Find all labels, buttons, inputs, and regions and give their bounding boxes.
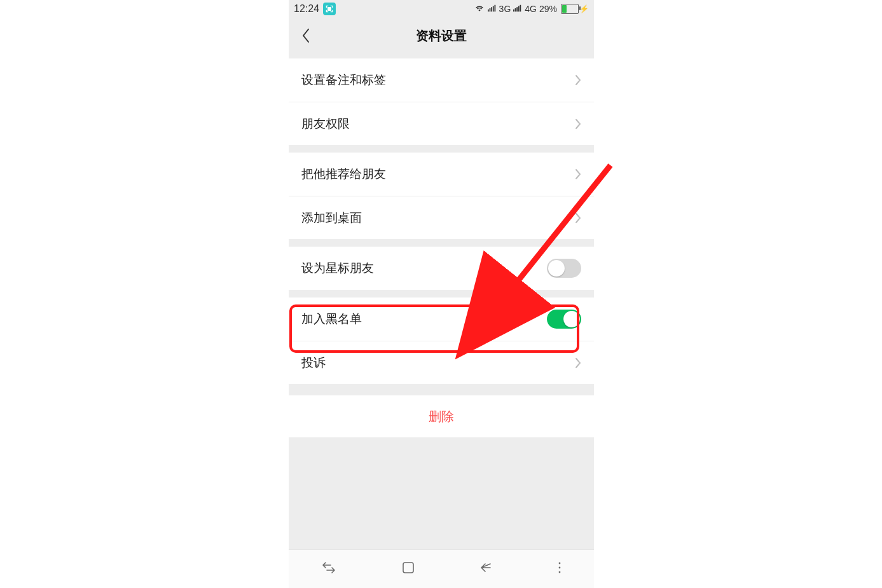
row-shortcut[interactable]: 添加到桌面 (289, 196, 594, 239)
svg-rect-7 (517, 7, 518, 11)
nav-home-button[interactable] (391, 556, 425, 582)
signal-3g-icon (488, 4, 497, 14)
svg-rect-8 (518, 6, 520, 12)
row-recommend-label: 把他推荐给朋友 (301, 166, 386, 182)
chevron-right-icon (575, 357, 581, 369)
row-recommend[interactable]: 把他推荐给朋友 (289, 153, 594, 196)
row-star: 设为星标朋友 (289, 247, 594, 290)
phone-frame: 12:24 3G 4G 29% ⚡ (289, 0, 594, 588)
group-share: 把他推荐给朋友 添加到桌面 (289, 153, 594, 239)
toggle-star[interactable] (547, 259, 581, 278)
nav-recent-button[interactable] (310, 556, 347, 582)
group-basic: 设置备注和标签 朋友权限 (289, 58, 594, 145)
group-block: 加入黑名单 投诉 (289, 297, 594, 384)
canvas: 12:24 3G 4G 29% ⚡ (0, 0, 882, 588)
row-remark[interactable]: 设置备注和标签 (289, 58, 594, 102)
svg-point-12 (558, 567, 560, 569)
delete-button[interactable]: 删除 (289, 395, 594, 437)
row-star-label: 设为星标朋友 (301, 260, 374, 277)
status-net1: 3G (499, 4, 511, 14)
row-report[interactable]: 投诉 (289, 341, 594, 384)
row-blacklist-label: 加入黑名单 (301, 311, 362, 327)
page-title: 资料设置 (416, 27, 467, 44)
chevron-right-icon (575, 74, 581, 86)
svg-rect-2 (491, 7, 492, 11)
chevron-right-icon (575, 118, 581, 130)
status-time: 12:24 (294, 3, 319, 15)
toggle-blacklist[interactable] (547, 310, 581, 329)
svg-rect-9 (520, 5, 521, 12)
chevron-right-icon (575, 212, 581, 224)
row-report-label: 投诉 (301, 355, 326, 371)
chevron-right-icon (575, 168, 581, 180)
svg-rect-1 (489, 8, 490, 11)
row-privacy[interactable]: 朋友权限 (289, 102, 594, 145)
scan-icon (323, 3, 336, 15)
svg-rect-6 (515, 8, 516, 11)
status-net2: 4G (525, 4, 537, 14)
group-star: 设为星标朋友 (289, 247, 594, 290)
back-button[interactable] (296, 18, 315, 53)
row-shortcut-label: 添加到桌面 (301, 210, 362, 226)
svg-rect-0 (488, 10, 489, 12)
nav-menu-button[interactable] (547, 556, 572, 582)
nav-back-button[interactable] (469, 556, 503, 582)
status-bar: 12:24 3G 4G 29% ⚡ (289, 0, 594, 18)
svg-rect-4 (494, 5, 495, 12)
status-right: 3G 4G 29% ⚡ (474, 4, 589, 15)
svg-point-13 (558, 571, 560, 573)
wifi-icon (474, 4, 485, 15)
svg-rect-10 (403, 563, 413, 573)
android-navbar (289, 549, 594, 588)
page-header: 资料设置 (289, 18, 594, 53)
status-battery-pct: 29% (539, 4, 557, 14)
svg-point-11 (558, 563, 560, 564)
row-remark-label: 设置备注和标签 (301, 72, 386, 88)
svg-rect-3 (492, 6, 493, 12)
battery-icon: ⚡ (560, 4, 589, 14)
row-blacklist: 加入黑名单 (289, 297, 594, 341)
svg-rect-5 (513, 10, 514, 12)
row-privacy-label: 朋友权限 (301, 116, 350, 132)
signal-4g-icon (513, 4, 522, 14)
